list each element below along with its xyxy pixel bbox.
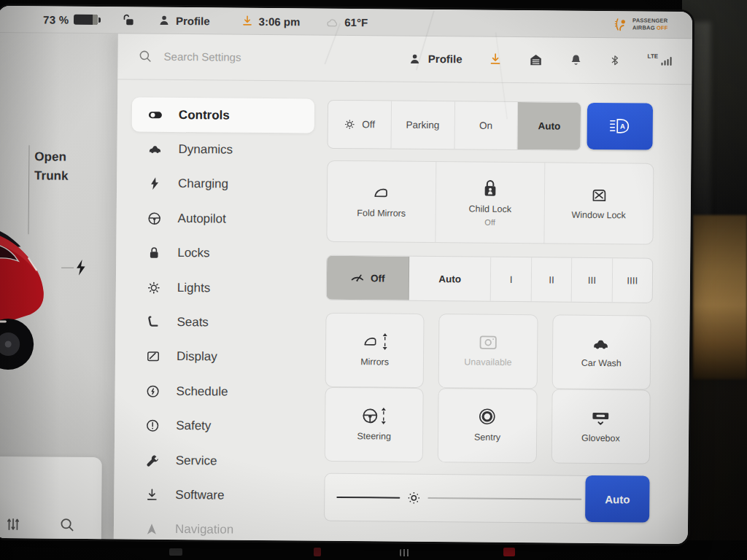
sidebar-item-seats[interactable]: Seats: [130, 305, 312, 341]
settings-header: Profile LTE: [117, 33, 692, 84]
tile-label: Child Lock: [469, 203, 512, 215]
airbag-warning-icon: [614, 17, 629, 32]
filters-icon[interactable]: [2, 513, 24, 535]
up-down-arrows-icon: [380, 407, 387, 424]
download-icon[interactable]: [488, 52, 502, 66]
brightness-auto-button[interactable]: Auto: [585, 475, 650, 523]
sidebar-label: Controls: [179, 108, 230, 123]
sidebar-item-schedule[interactable]: Schedule: [129, 374, 311, 411]
wipers-auto-segment[interactable]: Auto: [409, 257, 491, 301]
update-available-button[interactable]: 3:06 pm: [241, 15, 301, 28]
settings-sidebar: Controls Dynamics Charging Autopilot: [128, 97, 314, 544]
mirrors-button[interactable]: Mirrors: [325, 313, 425, 388]
steering-button[interactable]: Steering: [325, 387, 424, 462]
seat-icon: [146, 315, 160, 330]
segment-label: Off: [371, 273, 385, 284]
sidebar-label: Schedule: [177, 384, 228, 400]
wiper-icon: [350, 271, 365, 284]
cellular-status: LTE: [648, 56, 672, 65]
car-wash-icon: [592, 335, 611, 351]
segment-label: II: [549, 274, 554, 285]
clock-icon: [146, 384, 160, 398]
person-icon: [158, 14, 171, 27]
bluetooth-icon[interactable]: [608, 53, 621, 67]
glovebox-button[interactable]: Glovebox: [551, 389, 650, 464]
locks-button-group: Fold Mirrors Child Lock Off Window Lock: [326, 160, 654, 245]
sidebar-item-service[interactable]: Service: [129, 443, 311, 479]
brightness-slider[interactable]: [324, 473, 595, 524]
tile-label: Mirrors: [360, 357, 389, 368]
wipers-speed4-segment[interactable]: IIII: [612, 258, 652, 302]
profile-button[interactable]: Profile: [409, 52, 462, 66]
clock-label: 3:06 pm: [259, 15, 301, 27]
map-search-icon[interactable]: [56, 514, 78, 536]
network-label: LTE: [648, 52, 659, 59]
sidebar-item-autopilot[interactable]: Autopilot: [131, 201, 313, 238]
airbag-line2: AIRBAG: [632, 24, 655, 31]
window-lock-icon: [589, 185, 608, 203]
sidebar-item-navigation[interactable]: Navigation: [128, 512, 311, 544]
sentry-icon: [479, 408, 497, 426]
sidebar-item-lights[interactable]: Lights: [131, 270, 313, 306]
garage-icon[interactable]: [528, 52, 543, 67]
glovebox-icon: [592, 408, 611, 427]
segment-label: On: [479, 120, 492, 131]
tile-label: Steering: [357, 431, 391, 443]
child-lock-button[interactable]: Child Lock Off: [436, 162, 545, 243]
open-trunk-line2: Trunk: [34, 167, 69, 187]
wipers-off-segment[interactable]: Off: [327, 256, 409, 300]
tile-row-1: Mirrors Unavailable Car Wash: [325, 313, 651, 390]
brightness-sun-icon[interactable]: [407, 491, 422, 505]
brightness-track-dark: [336, 497, 400, 499]
light-icon: [344, 118, 356, 131]
headlights-on-segment[interactable]: On: [454, 101, 518, 149]
segment-label: III: [588, 274, 596, 285]
headlights-off-segment[interactable]: Off: [328, 101, 392, 149]
sidebar-item-safety[interactable]: Safety: [129, 408, 311, 445]
car-wash-button[interactable]: Car Wash: [551, 315, 651, 390]
airbag-line1: PASSENGER: [632, 18, 667, 24]
sidebar-item-charging[interactable]: Charging: [131, 166, 314, 203]
car-icon: [147, 142, 162, 157]
airbag-status: OFF: [657, 25, 668, 31]
cloud-icon: [326, 16, 339, 27]
search-icon: [139, 50, 152, 63]
headlights-parking-segment[interactable]: Parking: [391, 101, 454, 149]
fold-mirror-icon: [372, 184, 391, 201]
driver-profile-button[interactable]: Profile: [158, 14, 210, 28]
search-input[interactable]: [163, 50, 304, 65]
tile-row-2: Steering Sentry Glovebox: [325, 387, 651, 464]
wood-dashboard: [693, 215, 747, 379]
open-trunk-button[interactable]: Open Trunk: [34, 147, 69, 186]
wipers-speed1-segment[interactable]: I: [491, 257, 532, 301]
sidebar-item-dynamics[interactable]: Dynamics: [131, 132, 314, 168]
sidebar-item-display[interactable]: Display: [130, 339, 312, 376]
mirror-adjust-icon: [362, 333, 380, 349]
temperature-label: 61°F: [344, 16, 368, 28]
lock-status-button[interactable]: [121, 12, 136, 27]
map-controls-card: [0, 456, 102, 544]
tile-label: Fold Mirrors: [357, 208, 406, 219]
battery-status: 73 %: [43, 13, 101, 26]
settings-panel: Profile LTE: [114, 33, 692, 544]
sidebar-item-controls[interactable]: Controls: [132, 97, 314, 133]
wipers-speed2-segment[interactable]: II: [532, 257, 573, 301]
sidebar-item-software[interactable]: Software: [128, 478, 311, 514]
child-lock-icon: [481, 178, 499, 197]
sidebar-label: Charging: [178, 176, 228, 192]
display-icon: [146, 349, 160, 364]
sidebar-item-locks[interactable]: Locks: [131, 236, 313, 272]
sentry-button[interactable]: Sentry: [438, 388, 537, 463]
charge-port-bolt-icon[interactable]: [74, 259, 87, 276]
wipers-speed3-segment[interactable]: III: [572, 258, 613, 302]
sidebar-label: Locks: [177, 246, 210, 260]
fold-mirrors-button[interactable]: Fold Mirrors: [327, 161, 436, 242]
red-car-rear-image: [0, 223, 80, 392]
bell-icon[interactable]: [569, 53, 582, 67]
window-lock-button[interactable]: Window Lock: [544, 163, 653, 244]
headlights-segmented-control: Off Parking On Auto: [328, 100, 582, 151]
segment-label: IIII: [627, 275, 638, 286]
toggle-icon: [148, 107, 163, 122]
headlights-auto-segment[interactable]: Auto: [518, 102, 581, 150]
auto-high-beam-button[interactable]: A: [587, 103, 654, 150]
